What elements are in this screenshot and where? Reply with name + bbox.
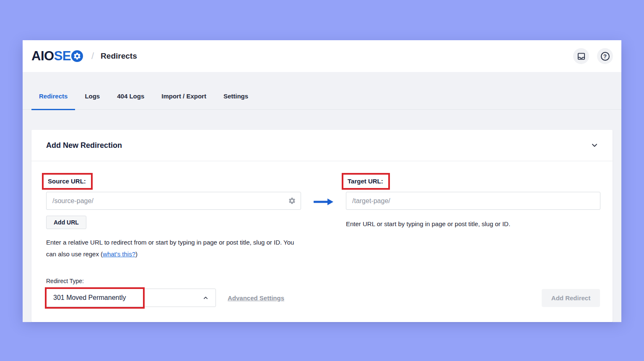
logo-text-se: SE xyxy=(54,49,71,64)
target-url-annotation-box: Target URL: xyxy=(342,173,390,190)
aioseo-logo[interactable]: AIOSE xyxy=(31,49,83,64)
app-header: AIOSE / Redirects ? xyxy=(23,40,621,72)
card-title: Add New Redirection xyxy=(46,141,122,150)
target-helper-text: Enter URL or start by typing in page or … xyxy=(346,218,600,230)
target-url-column: Target URL: Enter URL or start by typing… xyxy=(346,173,600,260)
add-redirect-button[interactable]: Add Redirect xyxy=(542,289,600,307)
redirect-type-group: Redirect Type: 301 Moved Permanently Adv… xyxy=(46,278,284,307)
tab-logs[interactable]: Logs xyxy=(77,93,107,110)
source-url-label: Source URL: xyxy=(48,178,86,185)
gear-icon xyxy=(71,50,83,62)
notifications-button[interactable] xyxy=(573,48,589,64)
chevron-up-icon xyxy=(203,295,209,301)
card-body: Source URL: Add URL Enter a relative URL… xyxy=(31,161,613,322)
content-area: Redirects Logs 404 Logs Import / Export … xyxy=(23,72,621,322)
add-new-redirection-card: Add New Redirection Source URL: xyxy=(31,130,613,322)
redirect-type-value: 301 Moved Permanently xyxy=(53,294,126,302)
right-arrow-icon xyxy=(314,198,334,260)
tab-404-logs[interactable]: 404 Logs xyxy=(109,93,152,110)
source-url-column: Source URL: Add URL Enter a relative URL… xyxy=(46,173,301,260)
advanced-settings-link[interactable]: Advanced Settings xyxy=(228,294,284,302)
redirect-arrow-cell xyxy=(301,173,346,260)
chevron-down-icon[interactable] xyxy=(590,141,599,150)
question-mark-icon: ? xyxy=(601,52,610,61)
target-url-label: Target URL: xyxy=(348,178,383,185)
add-url-button[interactable]: Add URL xyxy=(46,216,86,229)
breadcrumb-separator: / xyxy=(91,51,94,62)
gear-icon[interactable] xyxy=(288,197,296,206)
redirect-type-select[interactable]: 301 Moved Permanently xyxy=(46,289,216,307)
help-button[interactable]: ? xyxy=(597,48,613,64)
inbox-icon xyxy=(577,52,586,61)
logo-text-aio: AIO xyxy=(31,49,54,64)
tab-redirects[interactable]: Redirects xyxy=(31,93,75,110)
redirect-type-label: Redirect Type: xyxy=(46,278,284,284)
page-title: Redirects xyxy=(101,52,137,61)
tab-import-export[interactable]: Import / Export xyxy=(154,93,214,110)
aioseo-redirects-panel: AIOSE / Redirects ? Redirects xyxy=(23,40,621,319)
page-background: { "colors": { "page_background": "#94A2F… xyxy=(0,0,644,361)
whats-this-link[interactable]: what's this? xyxy=(103,250,135,258)
source-url-input[interactable] xyxy=(46,192,301,210)
card-header[interactable]: Add New Redirection xyxy=(31,130,613,161)
tab-settings[interactable]: Settings xyxy=(216,93,256,110)
bottom-row: Redirect Type: 301 Moved Permanently Adv… xyxy=(46,278,600,307)
source-url-annotation-box: Source URL: xyxy=(42,173,93,190)
header-actions: ? xyxy=(573,48,613,64)
tab-bar: Redirects Logs 404 Logs Import / Export … xyxy=(23,72,621,110)
target-url-input[interactable] xyxy=(346,192,600,210)
url-fields-row: Source URL: Add URL Enter a relative URL… xyxy=(46,173,600,260)
source-helper-text: Enter a relative URL to redirect from or… xyxy=(46,237,301,260)
